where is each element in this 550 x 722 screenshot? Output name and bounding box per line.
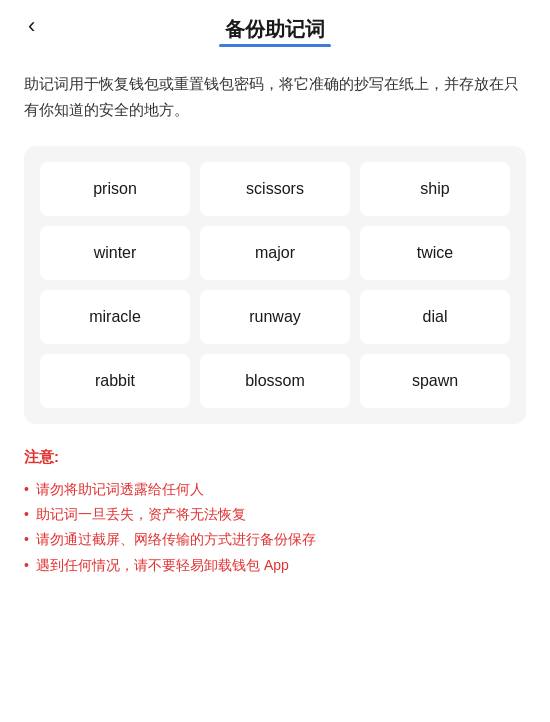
mnemonic-word-3: ship — [360, 162, 510, 216]
header: ‹ 备份助记词 — [0, 0, 550, 51]
mnemonic-word-10: rabbit — [40, 354, 190, 408]
notice-item-2: 助记词一旦丢失，资产将无法恢复 — [24, 502, 526, 527]
description-text: 助记词用于恢复钱包或重置钱包密码，将它准确的抄写在纸上，并存放在只有你知道的安全… — [0, 51, 550, 138]
notice-list: 请勿将助记词透露给任何人助记词一旦丢失，资产将无法恢复请勿通过截屏、网络传输的方… — [24, 477, 526, 578]
notice-item-3: 请勿通过截屏、网络传输的方式进行备份保存 — [24, 527, 526, 552]
mnemonic-word-2: scissors — [200, 162, 350, 216]
mnemonic-word-1: prison — [40, 162, 190, 216]
mnemonic-grid: prisonscissorsshipwintermajortwicemiracl… — [40, 162, 510, 408]
notice-title: 注意: — [24, 448, 526, 467]
notice-item-4: 遇到任何情况，请不要轻易卸载钱包 App — [24, 553, 526, 578]
mnemonic-word-12: spawn — [360, 354, 510, 408]
notice-item-1: 请勿将助记词透露给任何人 — [24, 477, 526, 502]
mnemonic-word-5: major — [200, 226, 350, 280]
mnemonic-word-6: twice — [360, 226, 510, 280]
mnemonic-container: prisonscissorsshipwintermajortwicemiracl… — [24, 146, 526, 424]
notice-section: 注意: 请勿将助记词透露给任何人助记词一旦丢失，资产将无法恢复请勿通过截屏、网络… — [0, 448, 550, 602]
mnemonic-word-11: blossom — [200, 354, 350, 408]
mnemonic-word-8: runway — [200, 290, 350, 344]
mnemonic-word-9: dial — [360, 290, 510, 344]
mnemonic-word-4: winter — [40, 226, 190, 280]
back-button[interactable]: ‹ — [20, 9, 43, 43]
mnemonic-word-7: miracle — [40, 290, 190, 344]
page-title: 备份助记词 — [225, 16, 325, 43]
